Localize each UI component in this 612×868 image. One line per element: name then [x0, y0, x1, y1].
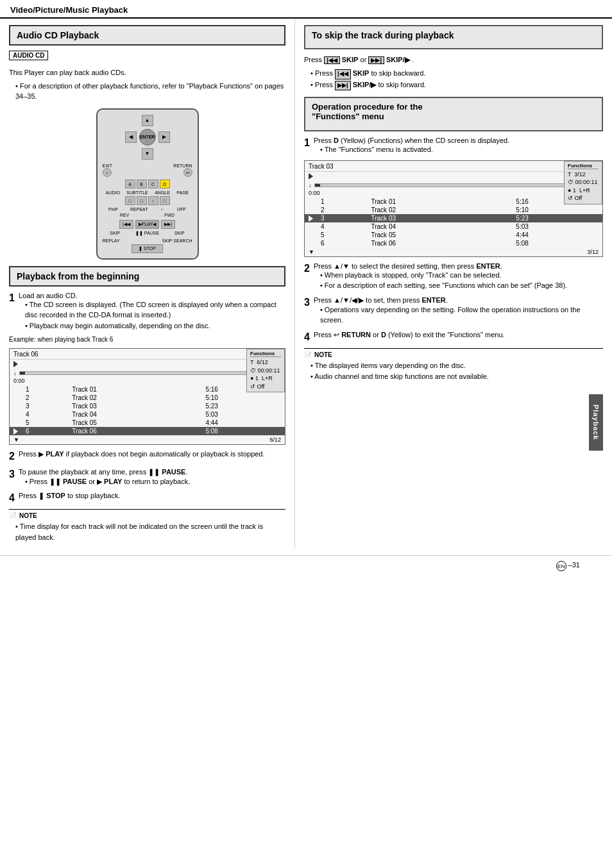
btn-c: C	[148, 179, 158, 188]
track-num: 5	[22, 419, 68, 427]
track-num: 2	[317, 206, 367, 214]
skip-backward-btn: |◀◀	[324, 56, 340, 64]
off-label: OFF	[177, 207, 186, 212]
track-name-item: Track 01	[367, 197, 512, 206]
pinp-label: PinP	[108, 207, 118, 212]
footer-page-num: 31	[572, 561, 580, 571]
pause-btn: ❚❚ PAUSE	[135, 231, 159, 236]
track-arrow-row-right	[305, 172, 602, 181]
op-step-1-number: 1	[304, 137, 310, 149]
op-step-2-text: Press ▲/▼ to select the desired setting,…	[314, 262, 603, 270]
labels-row1: AUDIO SUBTITLE ANGLE PAGE	[103, 190, 192, 195]
skip-main-text: Press |◀◀ SKIP or ▶▶| SKIP/▶ .	[304, 56, 603, 64]
op-step-4-text: Press ↩ RETURN or D (Yellow) to exit the…	[314, 331, 603, 339]
op-step-2-bullet-1: When playback is stopped, only "Track" c…	[320, 270, 603, 281]
step-2-number: 2	[9, 450, 15, 462]
abcd-buttons: A B C D	[103, 179, 192, 188]
note-header-right: 📄 NOTE	[304, 351, 603, 358]
op-step-1-row: 1 Press D (Yellow) (Functions) when the …	[304, 137, 603, 155]
left-arrow-label: ←	[160, 207, 165, 212]
track-num: 2	[22, 394, 68, 402]
table-row: 1 Track 01 5:16	[10, 385, 285, 394]
track-arrow-row-left	[10, 360, 285, 369]
arrow-col	[305, 206, 317, 214]
op-step-4-content: Press ↩ RETURN or D (Yellow) to exit the…	[314, 331, 603, 339]
page-counter-left: 6/12	[269, 437, 281, 443]
footer-en-circle: EN	[556, 561, 566, 571]
angle-label: ANGLE	[155, 190, 170, 195]
remote-control: ▲ ◀ ENTER ▶ ▼ EXIT○ RETURN↩ A B	[96, 108, 199, 260]
track-num: 4	[317, 222, 367, 231]
down-arrow-right: ↓	[309, 182, 312, 188]
functions-item-1-left: T 6/12	[250, 358, 281, 367]
repeat-label: REPEAT	[130, 207, 148, 212]
arrow-col	[305, 239, 317, 247]
time-start-right: 0:00	[309, 190, 320, 196]
arrow-col-active	[10, 427, 22, 435]
op-step-2-content: Press ▲/▼ to select the desired setting,…	[314, 262, 603, 291]
table-row: 1 Track 01 5:16	[305, 197, 602, 206]
track-name-left: Track 06	[13, 351, 38, 358]
functions-item-4-right: ↺ Off	[568, 194, 599, 203]
skip-search-label: SKIP SEARCH	[162, 238, 192, 243]
track-display-left: Track 06 Functions T 6/12 ⏱ 00:00:11 ● 1…	[9, 348, 285, 445]
btn-arrow: ↑	[148, 196, 158, 205]
skip-left-label: SKIP	[110, 231, 120, 235]
skip-bullets: Press |◀◀ SKIP to skip backward. Press ▶…	[304, 68, 603, 90]
active-arrow-right	[309, 215, 313, 222]
intro-bullets: For a description of other playback func…	[9, 81, 285, 102]
step-1-row: 1 Load an audio CD. The CD screen is dis…	[9, 292, 285, 331]
arrow-col	[305, 197, 317, 206]
audio-cd-title: Audio CD Playback	[17, 30, 278, 40]
track-time-active: 5:23	[512, 214, 602, 222]
arrow-col-active	[305, 214, 317, 222]
subtitle-label: SUBTITLE	[126, 190, 148, 195]
active-arrow	[13, 428, 18, 435]
progress-bar-row-right: ↓	[305, 181, 602, 190]
playback-beginning-box: Playback from the beginning	[9, 266, 285, 287]
track-num: 1	[22, 385, 68, 394]
track-time: 5:10	[512, 206, 602, 214]
functions-box-left: Functions T 6/12 ⏱ 00:00:11 ● 1 L+R ↺ Of…	[246, 349, 285, 392]
playback-beginning-title: Playback from the beginning	[17, 271, 278, 281]
skip-forward-btn: ▶▶|	[368, 56, 384, 64]
skip-forward-label: SKIP/▶	[386, 56, 410, 63]
note-icon-left: 📄	[9, 512, 17, 519]
table-row: 3 Track 03 5:23	[10, 402, 285, 410]
track-name-item: Track 02	[367, 206, 512, 214]
track-display-right: Track 03 Functions T 3/12 ⏱ 00:00:11 ● 1…	[304, 160, 603, 257]
skip-bullet-2: Press ▶▶| SKIP/▶ to skip forward.	[310, 79, 603, 91]
note-bullet-1-left: Time display for each track will not be …	[15, 521, 285, 542]
step-1-content: Load an audio CD. The CD screen is displ…	[19, 292, 285, 331]
stop-row: ❚ STOP	[103, 244, 192, 253]
table-row: 6 Track 06 5:08	[305, 239, 602, 247]
track-play-arrow-left	[13, 361, 18, 367]
op-step-3-number: 3	[304, 296, 310, 308]
arrow-col	[10, 385, 22, 394]
display-bottom-row-left: ▼ 6/12	[10, 435, 285, 444]
step-3-bullets: Press ❚❚ PAUSE or ▶ PLAY to return to pl…	[19, 476, 285, 487]
track-name-item: Track 05	[367, 231, 512, 239]
functions-item-4-left: ↺ Off	[250, 383, 281, 391]
progress-bar-outer-left	[19, 371, 282, 375]
table-row: 2 Track 02 5:10	[10, 394, 285, 402]
intro-bullet-1: For a description of other playback func…	[15, 81, 285, 102]
btn-a: A	[125, 179, 135, 188]
arrow-col	[10, 402, 22, 410]
note-bullet-1-right: The displayed items vary depending on th…	[310, 360, 603, 371]
transport-row: |◀◀ ▶PLAY◀ ▶▶|	[103, 220, 192, 229]
track-list-left: 1 Track 01 5:16 2 Track 02 5:10 3	[10, 385, 285, 435]
functions-title-right: Functions	[568, 163, 599, 169]
track-play-arrow-right	[309, 173, 313, 179]
note-bullets-left: Time display for each track will not be …	[9, 521, 285, 542]
dpad-down: ▼	[142, 148, 153, 160]
track-time: 5:23	[201, 402, 285, 410]
header-title: Video/Picture/Music Playback	[10, 5, 128, 15]
op-step-1-bullets: The "Functions" menu is activated.	[314, 144, 603, 155]
op-step-3-bullet-1: Operations vary depending on the setting…	[320, 305, 603, 326]
intro-text: This Player can play back audio CDs.	[9, 67, 285, 78]
note-icon-right: 📄	[304, 351, 312, 358]
op-step-2-bullets: When playback is stopped, only "Track" c…	[314, 270, 603, 291]
step-4-number: 4	[9, 492, 15, 504]
page-header: Video/Picture/Music Playback	[0, 0, 612, 19]
